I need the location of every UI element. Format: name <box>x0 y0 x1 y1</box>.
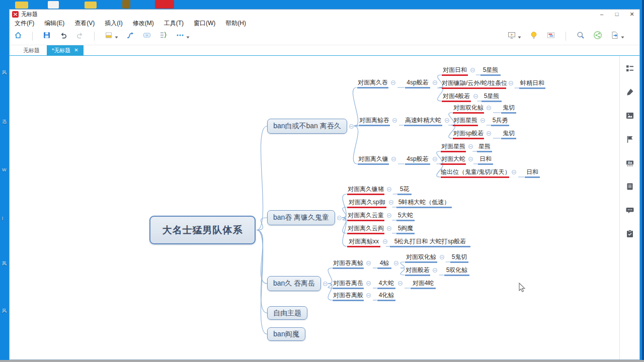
mindmap-node[interactable]: 对面离久镰猪 <box>347 185 384 195</box>
mindmap-node[interactable]: 高速蚌精大蛇 <box>404 116 442 126</box>
connector-line <box>257 126 267 230</box>
mindmap-node[interactable]: 鬼切 <box>501 129 516 139</box>
mindmap-node[interactable]: 对面离鲸xx <box>347 237 380 247</box>
brush-panel-icon[interactable] <box>625 87 634 97</box>
minus-icon <box>474 96 477 97</box>
mindmap-node[interactable]: 对面离久吞 <box>357 78 388 88</box>
mindmap-node[interactable]: 对面sp般若 <box>453 129 484 139</box>
mindmap-node[interactable]: 5蚌精大蛇（低速） <box>396 198 452 208</box>
collapse-button[interactable] <box>392 118 397 123</box>
mindmap-node[interactable]: 对面离久云童 <box>347 211 384 221</box>
mindmap-node[interactable]: 日和 <box>525 168 540 178</box>
mindmap-node[interactable]: 对面吞离鲸 <box>333 259 364 269</box>
minus-icon <box>388 215 390 216</box>
mindmap-node[interactable]: 对面双化鲸 <box>453 104 484 114</box>
collapse-button[interactable] <box>366 293 371 298</box>
mindmap-node[interactable]: 5双化鲸 <box>444 266 469 276</box>
mindmap-node[interactable]: 日和 <box>478 155 493 165</box>
collapse-button[interactable] <box>433 80 437 85</box>
mindmap-node[interactable]: 5大蛇 <box>396 211 415 221</box>
collapse-button[interactable] <box>487 131 491 136</box>
mindmap-root-topic[interactable]: 大名士猛男队体系 <box>149 216 256 244</box>
mindmap-node[interactable]: 对面镰鼬/云外/蛇/拉条位 <box>442 79 506 89</box>
mindmap-node[interactable]: 对面4般若 <box>442 92 471 102</box>
collapse-button[interactable] <box>389 200 393 205</box>
mindmap-node[interactable]: 对面日和 <box>442 66 468 76</box>
mindmap-node[interactable]: 4鲸 <box>377 259 391 269</box>
collapse-button[interactable] <box>480 118 485 123</box>
mindmap-node[interactable]: ban吞 离镰久鬼童 <box>267 210 335 225</box>
outline-panel-icon[interactable] <box>625 64 634 73</box>
connector-line <box>257 230 267 313</box>
collapse-button[interactable] <box>487 106 491 110</box>
mindmap-node[interactable]: 对面离鲸吞 <box>359 116 390 126</box>
mindmap-node[interactable]: 5鬼切 <box>450 253 468 263</box>
mindmap-node[interactable]: 对面般若 <box>405 266 430 276</box>
collapse-button[interactable] <box>509 81 513 85</box>
mindmap-node[interactable]: 对面吞离般 <box>333 291 364 301</box>
collapse-button[interactable] <box>445 118 449 123</box>
collapse-button[interactable] <box>440 255 444 259</box>
flag-panel-icon[interactable] <box>625 135 634 144</box>
mindmap-node[interactable]: 自由主题 <box>267 306 307 320</box>
collapse-button[interactable] <box>394 261 398 265</box>
minus-icon <box>390 202 392 203</box>
collapse-button[interactable] <box>433 268 437 273</box>
collapse-button[interactable] <box>387 187 391 192</box>
minus-icon <box>446 120 448 121</box>
mindmap-node[interactable]: 对面吞离岳 <box>333 279 364 289</box>
comment-panel-icon[interactable] <box>625 206 634 215</box>
mindmap-node[interactable]: 5阎魔 <box>396 224 415 234</box>
mindmap-node[interactable]: 4sp般若 <box>405 155 430 165</box>
collapse-button[interactable] <box>349 124 354 129</box>
mindmap-node[interactable]: ban白或不ban 离吞久 <box>267 119 347 134</box>
mindmap-node[interactable]: 星熊 <box>477 142 492 152</box>
mindmap-node[interactable]: 4大蛇 <box>377 279 395 289</box>
minus-icon <box>388 189 390 190</box>
collapse-button[interactable] <box>383 239 387 244</box>
collapse-button[interactable] <box>468 144 473 149</box>
mindmap-node[interactable]: ban久 吞离岳 <box>267 276 321 291</box>
minus-icon <box>434 159 436 159</box>
mindmap-node[interactable]: 对面4蛇 <box>411 279 436 289</box>
collapse-button[interactable] <box>387 226 391 231</box>
mindmap-node[interactable]: 5松丸打日和 大蛇打sp般若 <box>390 237 470 247</box>
mindmap-node[interactable]: 5花 <box>397 185 412 195</box>
mindmap-node[interactable]: 对面星熊 <box>441 142 466 152</box>
svg-text:Aa: Aa <box>627 161 632 164</box>
collapse-button[interactable] <box>512 170 516 174</box>
mindmap-node[interactable]: 输出位（鬼童/鬼切/真天） <box>441 168 509 178</box>
image-panel-icon[interactable] <box>625 111 634 120</box>
mindmap-node[interactable]: 4化鲸 <box>377 291 395 301</box>
collapse-button[interactable] <box>323 282 328 286</box>
collapse-button[interactable] <box>391 80 395 85</box>
mindmap-node[interactable]: 对面离久sp御 <box>347 198 386 208</box>
right-sidebar: Aa <box>619 56 639 359</box>
mindmap-node[interactable]: 对面离久云阎 <box>347 224 384 234</box>
collapse-button[interactable] <box>366 261 371 265</box>
mindmap-node[interactable]: 对面离久镰 <box>358 155 389 165</box>
mindmap-node[interactable]: 对面大蛇 <box>441 155 466 165</box>
mindmap-node[interactable]: 4sp般若 <box>405 78 430 88</box>
mindmap-node[interactable]: 蚌精日和 <box>519 79 545 89</box>
mindmap-node[interactable]: 对面星熊 <box>453 116 478 126</box>
mindmap-node[interactable]: 5星熊 <box>480 66 501 76</box>
collapse-button[interactable] <box>473 94 478 99</box>
mindmap-node[interactable]: 对面双化鲸 <box>405 253 437 263</box>
mindmap-node[interactable]: 鬼切 <box>501 104 516 114</box>
label-panel-icon[interactable]: Aa <box>625 158 634 167</box>
collapse-button[interactable] <box>433 157 437 161</box>
mindmap-node[interactable]: ban阎魔 <box>267 327 305 341</box>
collapse-button[interactable] <box>366 281 371 286</box>
collapse-button[interactable] <box>470 68 475 72</box>
mindmap-node[interactable]: 5星熊 <box>481 92 502 102</box>
collapse-button[interactable] <box>468 157 473 161</box>
collapse-button[interactable] <box>337 216 342 220</box>
collapse-button[interactable] <box>398 281 403 286</box>
collapse-button[interactable] <box>387 213 391 218</box>
task-panel-icon[interactable] <box>625 229 634 238</box>
notes-panel-icon[interactable] <box>625 182 634 191</box>
mindmap-node[interactable]: 5兵勇 <box>491 116 509 126</box>
collapse-button[interactable] <box>391 157 396 161</box>
connector-line <box>257 218 267 230</box>
